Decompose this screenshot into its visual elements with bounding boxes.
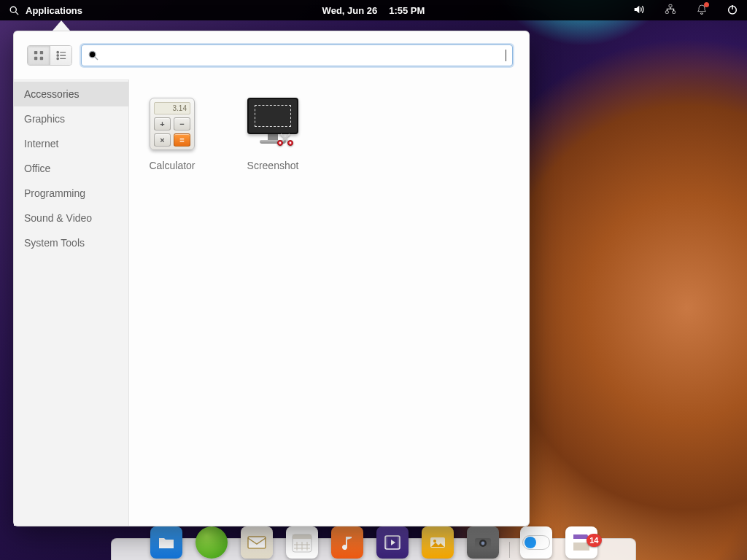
volume-indicator[interactable] [632, 4, 645, 18]
dock-item-settings-toggle[interactable] [520, 540, 552, 560]
svg-marker-34 [391, 540, 395, 545]
app-screenshot[interactable]: Screenshot [244, 96, 301, 171]
category-sound-video[interactable]: Sound & Video [14, 206, 128, 230]
svg-rect-44 [584, 534, 586, 539]
svg-rect-8 [40, 51, 43, 54]
category-graphics[interactable]: Graphics [14, 106, 128, 131]
dock-separator [509, 542, 510, 558]
session-indicator[interactable] [727, 4, 738, 18]
volume-icon [632, 4, 645, 15]
category-accessories[interactable]: Accessories [14, 82, 128, 106]
files-icon [158, 535, 175, 550]
app-grid: 3.14 +− ×= Calculator [129, 79, 529, 526]
app-search-box[interactable] [81, 44, 513, 66]
applications-popover: Accessories Graphics Internet Office Pro… [13, 31, 530, 526]
dock-item-videos[interactable] [376, 540, 409, 560]
camera-icon [473, 535, 492, 550]
bell-icon [696, 4, 708, 15]
app-calculator[interactable]: 3.14 +− ×= Calculator [144, 96, 201, 171]
svg-rect-2 [669, 4, 672, 7]
text-cursor [506, 50, 506, 61]
dock-item-browser[interactable] [196, 540, 228, 560]
svg-point-15 [57, 58, 58, 59]
list-icon [56, 50, 66, 61]
svg-point-22 [290, 142, 292, 144]
svg-point-11 [57, 51, 58, 52]
svg-rect-33 [398, 536, 400, 549]
category-programming[interactable]: Programming [14, 181, 128, 206]
power-icon [727, 4, 738, 15]
update-badge: 14 [587, 534, 601, 547]
svg-rect-4 [673, 11, 676, 13]
category-internet[interactable]: Internet [14, 131, 128, 156]
svg-rect-25 [293, 534, 311, 539]
svg-rect-9 [34, 57, 37, 60]
toggle-icon [522, 535, 550, 550]
svg-point-13 [57, 55, 58, 56]
grid-view-button[interactable] [28, 46, 50, 65]
network-indicator[interactable] [664, 4, 677, 18]
dock-item-mail[interactable] [241, 540, 273, 560]
svg-point-39 [481, 542, 484, 545]
film-icon [383, 534, 402, 551]
dock-item-appcenter[interactable]: 14 [565, 540, 597, 560]
svg-point-0 [10, 7, 16, 12]
svg-point-17 [89, 51, 96, 58]
notifications-indicator[interactable] [696, 4, 708, 18]
search-icon [9, 5, 20, 16]
svg-rect-3 [665, 11, 668, 13]
list-view-button[interactable] [50, 46, 71, 65]
category-sidebar: Accessories Graphics Internet Office Pro… [14, 79, 129, 526]
category-system-tools[interactable]: System Tools [14, 230, 128, 255]
popover-arrow [53, 20, 70, 31]
svg-rect-42 [573, 534, 576, 539]
calendar-icon [291, 532, 313, 553]
svg-line-18 [95, 57, 98, 60]
panel-time[interactable]: 1:55 PM [389, 5, 425, 16]
dock-item-camera[interactable] [467, 540, 499, 560]
svg-rect-32 [385, 536, 387, 549]
svg-rect-7 [34, 51, 37, 54]
mail-icon [247, 536, 266, 549]
panel-date[interactable]: Wed, Jun 26 [322, 5, 378, 16]
search-icon [88, 50, 99, 61]
top-panel: Applications Wed, Jun 26 1:55 PM [0, 0, 747, 20]
grid-icon [34, 50, 44, 61]
appmenu-header [14, 31, 529, 79]
network-icon [664, 4, 677, 15]
photos-icon [429, 535, 446, 550]
music-icon [341, 535, 354, 550]
svg-rect-23 [248, 537, 266, 548]
applications-label: Applications [26, 5, 82, 16]
screenshot-icon [244, 96, 301, 152]
dock: 14 [111, 538, 636, 560]
dock-item-photos[interactable] [422, 540, 454, 560]
svg-line-1 [15, 12, 18, 15]
dock-item-music[interactable] [331, 540, 363, 560]
app-label: Calculator [149, 160, 195, 171]
app-label: Screenshot [247, 160, 299, 171]
calculator-icon: 3.14 +− ×= [144, 96, 201, 152]
dock-item-files[interactable] [150, 540, 182, 560]
svg-rect-43 [578, 534, 581, 539]
applications-menu-button[interactable]: Applications [9, 5, 82, 16]
app-search-input[interactable] [99, 50, 504, 61]
category-office[interactable]: Office [14, 156, 128, 181]
svg-point-36 [433, 540, 436, 542]
svg-point-21 [279, 142, 282, 144]
svg-rect-10 [40, 57, 43, 60]
view-mode-toggle [27, 45, 72, 66]
dock-item-calendar[interactable] [286, 540, 318, 560]
